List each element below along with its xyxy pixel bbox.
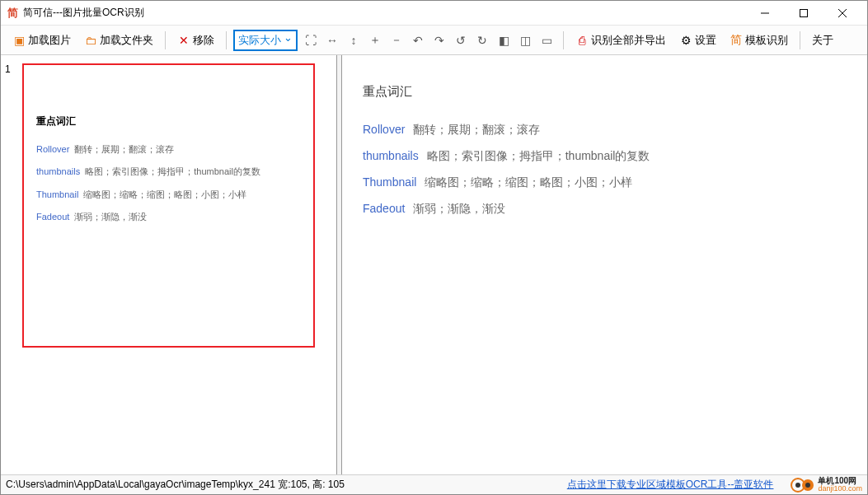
definition: 渐弱；渐隐，渐没: [413, 202, 505, 215]
definition: 翻转；展期；翻滚；滚存: [413, 123, 540, 136]
zoom-select[interactable]: 实际大小: [233, 30, 298, 51]
gear-icon: ⚙: [679, 34, 692, 47]
result-row: Thumbnail缩略图；缩略；缩图；略图；小图；小样: [363, 175, 847, 190]
definition: 略图；索引图像；拇指甲；thumbnail的复数: [85, 166, 260, 176]
thumbnail-pane: 1 重点词汇 Rollover翻转；展期；翻滚；滚存thumbnails略图；索…: [1, 55, 337, 474]
thumb-row: Rollover翻转；展期；翻滚；滚存: [36, 143, 301, 156]
settings-label: 设置: [695, 33, 716, 48]
remove-label: 移除: [193, 33, 214, 48]
term: Fadeout: [363, 202, 405, 215]
window-controls: [746, 2, 861, 25]
settings-button[interactable]: ⚙ 设置: [674, 30, 721, 50]
select-icon[interactable]: ▭: [540, 34, 553, 47]
svg-rect-1: [800, 9, 807, 16]
about-button[interactable]: 关于: [807, 30, 838, 50]
load-image-button[interactable]: ▣ 加载图片: [7, 30, 76, 50]
thumbnail-image[interactable]: 重点词汇 Rollover翻转；展期；翻滚；滚存thumbnails略图；索引图…: [22, 63, 315, 348]
recognize-export-button[interactable]: ⎙ 识别全部并导出: [570, 30, 671, 50]
toolbar: ▣ 加载图片 🗀 加载文件夹 ✕ 移除 实际大小 ⛶ ↔ ↕ ＋ － ↶ ↷ ↺…: [1, 26, 867, 55]
promo-line2: danji100.com: [818, 485, 862, 493]
template-label: 模板识别: [745, 33, 788, 48]
thumb-title: 重点词汇: [36, 114, 301, 128]
separator: [165, 31, 166, 49]
definition: 略图；索引图像；拇指甲；thumbnail的复数: [427, 149, 650, 162]
thumb-row: Thumbnail缩略图；缩略；缩图；略图；小图；小样: [36, 189, 301, 201]
undo-icon[interactable]: ↺: [454, 34, 467, 47]
close-button[interactable]: [823, 2, 861, 25]
export-icon: ⎙: [575, 34, 589, 47]
thumb-row: thumbnails略图；索引图像；拇指甲；thumbnail的复数: [36, 166, 301, 178]
status-path: C:\Users\admin\AppData\Local\gayaOcr\ima…: [6, 478, 345, 492]
svg-point-5: [795, 483, 800, 488]
ocr-result-pane: 重点词汇 Rollover翻转；展期；翻滚；滚存thumbnails略图；索引图…: [341, 55, 867, 474]
definition: 缩略图；缩略；缩图；略图；小图；小样: [425, 175, 632, 189]
thumbnail-index: 1: [5, 63, 11, 75]
about-label: 关于: [812, 33, 833, 48]
svg-point-7: [805, 483, 810, 488]
thumb-row: Fadeout渐弱；渐隐，渐没: [36, 211, 301, 223]
app-icon: 简: [7, 6, 18, 21]
image-icon: ▣: [12, 34, 26, 47]
separator: [800, 31, 800, 49]
separator: [226, 31, 227, 49]
load-folder-button[interactable]: 🗀 加载文件夹: [79, 30, 158, 50]
view-tools: ⛶ ↔ ↕ ＋ － ↶ ↷ ↺ ↻ ◧ ◫ ▭: [301, 33, 556, 48]
definition: 渐弱；渐隐，渐没: [74, 212, 147, 222]
folder-icon: 🗀: [84, 34, 97, 47]
result-title: 重点词汇: [363, 84, 847, 100]
result-row: Rollover翻转；展期；翻滚；滚存: [363, 123, 847, 138]
result-row: thumbnails略图；索引图像；拇指甲；thumbnail的复数: [363, 149, 847, 164]
maximize-icon: [800, 9, 808, 17]
promo-badge[interactable]: 单机100网 danji100.com: [790, 477, 862, 493]
window-title: 简可信---图片批量OCR识别: [23, 6, 746, 20]
redo-icon[interactable]: ↻: [476, 34, 489, 47]
minimize-icon: [761, 9, 769, 17]
height-icon[interactable]: ↕: [347, 34, 360, 47]
promo-logo-icon: [790, 477, 814, 493]
recognize-export-label: 识别全部并导出: [591, 33, 666, 48]
term: Rollover: [36, 144, 69, 154]
zoom-value: 实际大小: [238, 34, 281, 46]
separator: [563, 31, 564, 49]
definition: 翻转；展期；翻滚；滚存: [74, 144, 174, 154]
definition: 缩略图；缩略；缩图；略图；小图；小样: [83, 189, 246, 199]
fit-icon[interactable]: ⛶: [304, 34, 317, 47]
term: Fadeout: [36, 212, 69, 222]
promo-text: 单机100网 danji100.com: [818, 477, 862, 493]
app-window: 简 简可信---图片批量OCR识别 ▣ 加载图片 🗀 加载文件夹 ✕ 移除: [0, 0, 868, 495]
template-icon: 简: [730, 34, 743, 47]
download-link[interactable]: 点击这里下载专业区域模板OCR工具--盖亚软件: [567, 478, 774, 492]
width-icon[interactable]: ↔: [326, 34, 339, 47]
statusbar: C:\Users\admin\AppData\Local\gayaOcr\ima…: [1, 474, 867, 494]
rotate-left-icon[interactable]: ↶: [411, 34, 425, 47]
template-button[interactable]: 简 模板识别: [725, 30, 793, 50]
term: thumbnails: [36, 166, 80, 176]
content-area: 1 重点词汇 Rollover翻转；展期；翻滚；滚存thumbnails略图；索…: [1, 55, 867, 474]
zoom-out-icon[interactable]: －: [390, 33, 403, 48]
remove-icon: ✕: [177, 34, 190, 47]
close-icon: [838, 9, 847, 17]
titlebar: 简 简可信---图片批量OCR识别: [1, 1, 867, 26]
invert-icon[interactable]: ◧: [497, 34, 510, 47]
term: Rollover: [363, 123, 405, 136]
load-image-label: 加载图片: [28, 33, 71, 48]
term: thumbnails: [363, 149, 419, 162]
zoom-in-icon[interactable]: ＋: [368, 33, 382, 48]
maximize-button[interactable]: [785, 2, 822, 25]
rotate-right-icon[interactable]: ↷: [433, 34, 446, 47]
minimize-button[interactable]: [746, 2, 783, 25]
crop-icon[interactable]: ◫: [518, 34, 532, 47]
load-folder-label: 加载文件夹: [100, 33, 153, 48]
term: Thumbnail: [36, 189, 78, 199]
result-row: Fadeout渐弱；渐隐，渐没: [363, 202, 847, 217]
term: Thumbnail: [363, 175, 416, 189]
remove-button[interactable]: ✕ 移除: [172, 30, 219, 50]
